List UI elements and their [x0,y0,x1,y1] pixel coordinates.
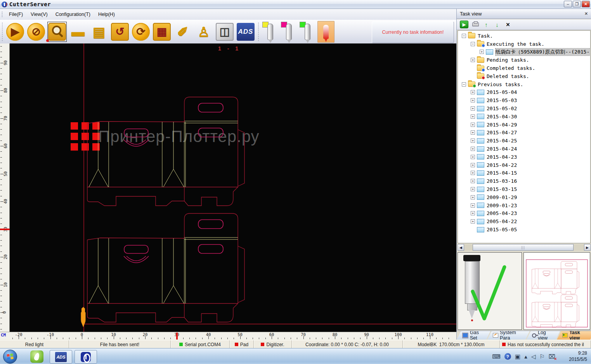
tab-task-view[interactable]: Task view [557,331,591,340]
comb-brush-icon[interactable]: ▤ [89,22,109,42]
scroll-left-icon[interactable]: ◀ [458,244,464,251]
tree-expander-icon[interactable]: + [471,98,475,102]
task-tree-item[interactable]: −Executing the task. [458,40,590,48]
task-tree-item[interactable]: +2005-04-23 [458,210,590,218]
taskbar-clock[interactable]: 9:28 2015/5/5 [569,350,587,362]
tree-expander-icon[interactable]: + [471,106,475,111]
task-tree-item[interactable]: +2009-01-29 [458,193,590,201]
task-tree-item[interactable]: +2015-04-29 [458,121,590,129]
task-tree-item[interactable]: +2015-04-30 [458,113,590,121]
zoom-preview-icon[interactable] [47,22,67,42]
task-tree-item[interactable]: +2015-04-23 [458,153,590,161]
menu-item-2[interactable]: View(V) [27,10,52,18]
plumb-pen-icon[interactable]: ✐ [173,22,192,42]
task-tree-item[interactable]: +2015-03-15 [458,185,590,193]
tree-expander-icon[interactable]: + [471,114,475,119]
tree-expander-icon[interactable]: − [471,42,475,46]
delete-task-icon[interactable]: ✕ [504,21,512,28]
tree-expander-icon[interactable]: + [471,130,475,135]
restore-button[interactable]: ❐ [573,1,581,7]
volume-icon[interactable]: ◁ [531,353,536,360]
cutterserver-app-button[interactable] [75,350,97,364]
ads-logo-icon[interactable]: ADS [236,22,255,42]
switch-icon[interactable]: ◫ [215,22,234,42]
task-tree-scrollbar[interactable]: ◀ ||| ▶ [458,244,591,251]
task-tree-item[interactable]: +2015-04-24 [458,145,590,153]
menu-item-1[interactable]: File(F) [5,10,27,18]
task-tree-item[interactable]: +2015-04-15 [458,169,590,177]
scrollbar-thumb[interactable]: ||| [473,244,574,251]
task-tree-item[interactable]: +2015-04-25 [458,137,590,145]
task-panel-close-icon[interactable]: ✕ [583,10,589,17]
task-tree-label: 2015-04-23 [487,154,517,160]
task-tree-item[interactable]: +2005-04-22 [458,217,590,225]
tree-expander-icon[interactable]: + [471,90,475,94]
tree-expander-icon[interactable]: + [471,179,475,183]
tree-expander-icon[interactable]: + [471,163,475,167]
network-error-icon[interactable]: ⌧ [549,353,555,360]
task-tree-item[interactable]: +2015-05-02 [458,104,590,113]
move-up-icon[interactable]: ↑ [482,21,490,28]
task-tree-item[interactable]: +2015-05-04 [458,88,590,97]
tab-gas-set[interactable]: Gas Set [457,331,490,340]
tab-log-view[interactable]: Log view [527,331,560,340]
tree-expander-icon[interactable]: + [471,195,475,199]
tab-system-para[interactable]: System Para [487,331,530,340]
user-icon[interactable]: ♙ [194,22,213,42]
platen-icon[interactable]: ▬ [68,22,88,42]
task-tree-item[interactable]: +2015-05-03 [458,96,590,104]
minimize-button[interactable]: – [564,1,572,7]
task-tree-item[interactable]: +2009-01-23 [458,201,590,210]
run-icon[interactable]: ▶ [5,22,25,42]
tree-expander-icon[interactable]: + [471,123,475,127]
task-tree-item[interactable]: +2015-03-16 [458,177,590,185]
tree-expander-icon[interactable]: + [471,219,475,224]
tree-expander-icon[interactable]: − [462,34,466,38]
help-icon[interactable]: ? [504,353,511,360]
show-hidden-icons[interactable]: ▴ [524,353,527,360]
tree-expander-icon[interactable]: + [471,203,475,208]
tree-expander-icon[interactable]: + [471,171,475,175]
move-down-icon[interactable]: ↓ [493,21,501,28]
tree-expander-icon[interactable]: + [471,58,475,62]
coreldraw-button[interactable] [30,350,43,363]
active-pen-tool-icon[interactable] [317,22,334,42]
tree-expander-icon[interactable]: + [471,155,475,159]
start-button[interactable] [3,350,17,364]
task-tree-item[interactable]: 2015-05-05 [458,225,590,234]
task-tree-item[interactable]: Completed tasks. [458,64,590,72]
tool-magenta-icon[interactable] [280,22,297,42]
grid-origin-icon[interactable]: ▦ [152,22,172,42]
drawing-canvas[interactable]: 1 - 1 Принтер-Плоттер.ру [10,43,456,332]
task-tree-label: 2015-04-24 [487,146,517,152]
window-switch-icon[interactable]: ▣ [515,353,520,360]
rotate-z-icon[interactable]: ⟳ [131,22,151,42]
ads-app-button[interactable]: ADS [50,350,72,364]
task-tree-item[interactable]: −Task. [458,32,590,40]
tree-expander-icon[interactable]: − [462,82,466,87]
tree-expander-icon[interactable]: + [471,147,475,151]
task-tree-item[interactable]: +2015-04-27 [458,129,590,137]
disable-icon[interactable]: ⊘ [26,22,46,42]
close-button[interactable]: ✕ [582,1,590,7]
print-icon[interactable] [471,21,479,28]
task-tree-item[interactable]: +纸袋白卡（595X889)原点切割--(2015- [458,48,590,56]
flag-icon[interactable]: ⚐ [539,353,544,360]
tool-green-icon[interactable] [299,22,316,42]
task-tree: −Task.−Executing the task.+纸袋白卡（595X889)… [458,30,591,243]
task-tree-item[interactable]: +2015-04-22 [458,161,590,169]
keyboard-icon[interactable]: ⌨ [492,353,501,360]
task-tree-item[interactable]: Deleted tasks. [458,72,590,80]
menu-item-3[interactable]: Configuration(T) [52,10,94,18]
start-task-icon[interactable]: ▶ [460,21,468,28]
tree-expander-icon[interactable]: + [480,50,484,54]
tool-yellow-icon[interactable] [262,22,279,42]
tree-expander-icon[interactable]: + [471,139,475,143]
task-tree-item[interactable]: −Previous tasks. [458,80,590,88]
tree-expander-icon[interactable]: + [471,211,475,215]
task-tree-item[interactable]: +Pending tasks. [458,56,590,64]
manual-move-icon[interactable]: ↺ [110,22,130,42]
menu-item-4[interactable]: Help(H) [94,10,119,18]
tree-expander-icon[interactable]: + [471,187,475,191]
scroll-right-icon[interactable]: ▶ [584,244,591,251]
